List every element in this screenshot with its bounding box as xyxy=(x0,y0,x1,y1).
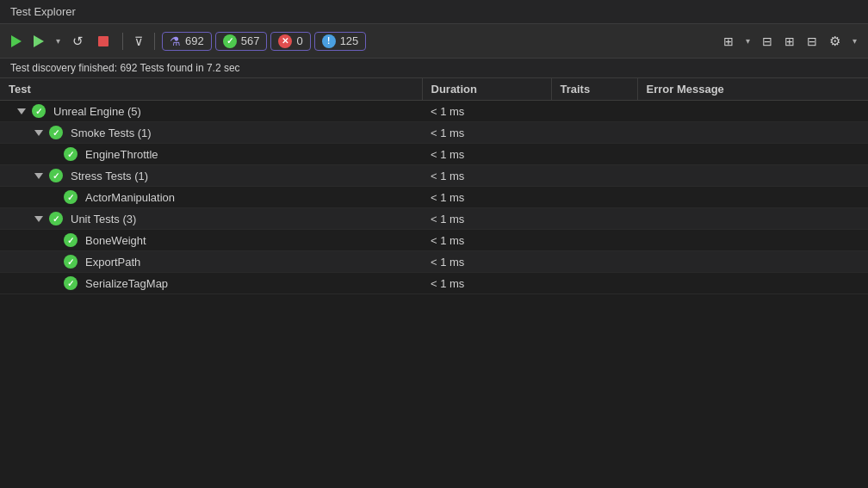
collapse-icon[interactable] xyxy=(34,173,43,179)
traits-cell xyxy=(551,144,637,165)
expand-all-icon: ⊞ xyxy=(784,34,795,48)
error-cell xyxy=(637,101,868,122)
test-name-cell: ✓ExportPath xyxy=(0,251,422,273)
window-title: Test Explorer xyxy=(10,5,76,18)
error-cell xyxy=(637,273,868,294)
test-name-cell: ✓BoneWeight xyxy=(0,230,422,251)
test-name-label: ExportPath xyxy=(85,256,140,269)
total-tests-badge[interactable]: ⚗ 692 xyxy=(162,32,212,51)
error-cell xyxy=(637,165,868,187)
traits-cell xyxy=(551,165,637,187)
duration-cell: < 1 ms xyxy=(422,165,551,187)
collapse-all-button[interactable]: ⊟ xyxy=(803,32,822,51)
test-name-cell: ✓Smoke Tests (1) xyxy=(0,122,422,144)
passed-icon: ✓ xyxy=(32,104,46,118)
passed-icon: ✓ xyxy=(64,276,78,290)
stop-button[interactable] xyxy=(91,31,115,52)
run-icon xyxy=(34,35,44,47)
test-table-container[interactable]: Test Duration Traits Error Message ✓Unre… xyxy=(0,78,868,486)
test-name-cell: ✓SerializeTagMap xyxy=(0,273,422,294)
run-all-button[interactable] xyxy=(7,33,26,50)
test-name-cell: ✓ActorManipulation xyxy=(0,187,422,208)
error-cell xyxy=(637,144,868,165)
error-cell xyxy=(637,187,868,208)
warnings-tests-badge[interactable]: ! 125 xyxy=(314,32,367,51)
settings-button[interactable]: ⚙ xyxy=(825,31,845,52)
table-row[interactable]: ✓BoneWeight< 1 ms xyxy=(0,230,868,251)
sort-button[interactable]: ⊟ xyxy=(758,32,777,51)
traits-cell xyxy=(551,251,637,273)
status-bar: Test discovery finished: 692 Tests found… xyxy=(0,59,868,78)
test-name-label: EngineThrottle xyxy=(85,148,158,161)
error-cell xyxy=(637,208,868,230)
warnings-count: 125 xyxy=(340,34,359,47)
table-row[interactable]: ✓ActorManipulation< 1 ms xyxy=(0,187,868,208)
failed-count: 0 xyxy=(296,34,302,47)
test-name-label: SerializeTagMap xyxy=(85,277,168,290)
col-header-duration[interactable]: Duration xyxy=(422,78,551,101)
test-name-cell: ✓Unit Tests (3) xyxy=(0,208,422,230)
flask-icon: ⚗ xyxy=(170,34,181,48)
traits-cell xyxy=(551,101,637,122)
total-count: 692 xyxy=(185,34,204,47)
status-message: Test discovery finished: 692 Tests found… xyxy=(10,62,240,74)
error-cell xyxy=(637,230,868,251)
collapse-icon[interactable] xyxy=(34,216,43,222)
duration-cell: < 1 ms xyxy=(422,230,551,251)
passed-icon: ✓ xyxy=(64,147,78,161)
duration-cell: < 1 ms xyxy=(422,273,551,294)
group-by-button[interactable]: ⊞ xyxy=(719,32,738,51)
duration-cell: < 1 ms xyxy=(422,101,551,122)
duration-cell: < 1 ms xyxy=(422,208,551,230)
traits-cell xyxy=(551,187,637,208)
run-button[interactable] xyxy=(29,33,48,50)
col-header-error[interactable]: Error Message xyxy=(637,78,868,101)
test-name-label: Stress Tests (1) xyxy=(71,170,148,182)
error-cell xyxy=(637,122,868,144)
collapse-icon[interactable] xyxy=(34,130,43,136)
badge-group: ⚗ 692 ✓ 567 ✕ 0 ! 125 xyxy=(162,32,366,51)
duration-cell: < 1 ms xyxy=(422,187,551,208)
table-row[interactable]: ✓SerializeTagMap< 1 ms xyxy=(0,273,868,294)
failed-tests-badge[interactable]: ✕ 0 xyxy=(270,32,310,51)
chevron-down-icon: ▾ xyxy=(56,36,60,46)
separator-2 xyxy=(154,33,155,50)
chevron-down-icon-3: ▾ xyxy=(852,36,857,46)
check-icon: ✓ xyxy=(223,34,237,48)
test-name-label: ActorManipulation xyxy=(85,191,175,204)
toolbar: ▾ ↺ ⊽ ⚗ 692 ✓ 567 xyxy=(0,24,868,59)
info-icon: ! xyxy=(322,34,336,48)
traits-cell xyxy=(551,230,637,251)
table-row[interactable]: ✓Unreal Engine (5)< 1 ms xyxy=(0,101,868,122)
filter-button[interactable]: ⊽ xyxy=(130,32,147,51)
duration-cell: < 1 ms xyxy=(422,122,551,144)
traits-cell xyxy=(551,122,637,144)
passed-icon: ✓ xyxy=(49,169,63,182)
duration-cell: < 1 ms xyxy=(422,251,551,273)
test-name-label: Smoke Tests (1) xyxy=(71,127,152,139)
error-cell xyxy=(637,251,868,273)
col-header-test[interactable]: Test xyxy=(0,78,422,101)
table-row[interactable]: ✓Stress Tests (1)< 1 ms xyxy=(0,165,868,187)
col-header-traits[interactable]: Traits xyxy=(551,78,637,101)
settings-dropdown[interactable]: ▾ xyxy=(848,34,861,48)
passed-icon: ✓ xyxy=(49,212,63,225)
group-by-dropdown[interactable]: ▾ xyxy=(741,34,754,48)
table-row[interactable]: ✓EngineThrottle< 1 ms xyxy=(0,144,868,165)
sort-icon: ⊟ xyxy=(762,34,772,48)
passed-count: 567 xyxy=(241,34,260,47)
x-icon: ✕ xyxy=(278,34,292,48)
refresh-icon: ↺ xyxy=(72,34,84,49)
collapse-icon[interactable] xyxy=(17,108,26,114)
expand-all-button[interactable]: ⊞ xyxy=(780,32,799,51)
chevron-down-icon-2: ▾ xyxy=(746,36,750,46)
test-name-cell: ✓Unreal Engine (5) xyxy=(0,101,422,122)
test-name-cell: ✓EngineThrottle xyxy=(0,144,422,165)
stop-icon xyxy=(98,36,108,46)
table-row[interactable]: ✓Unit Tests (3)< 1 ms xyxy=(0,208,868,230)
refresh-button[interactable]: ↺ xyxy=(68,31,88,52)
passed-tests-badge[interactable]: ✓ 567 xyxy=(215,32,268,51)
table-row[interactable]: ✓ExportPath< 1 ms xyxy=(0,251,868,273)
table-row[interactable]: ✓Smoke Tests (1)< 1 ms xyxy=(0,122,868,144)
run-dropdown-button[interactable]: ▾ xyxy=(52,34,65,48)
